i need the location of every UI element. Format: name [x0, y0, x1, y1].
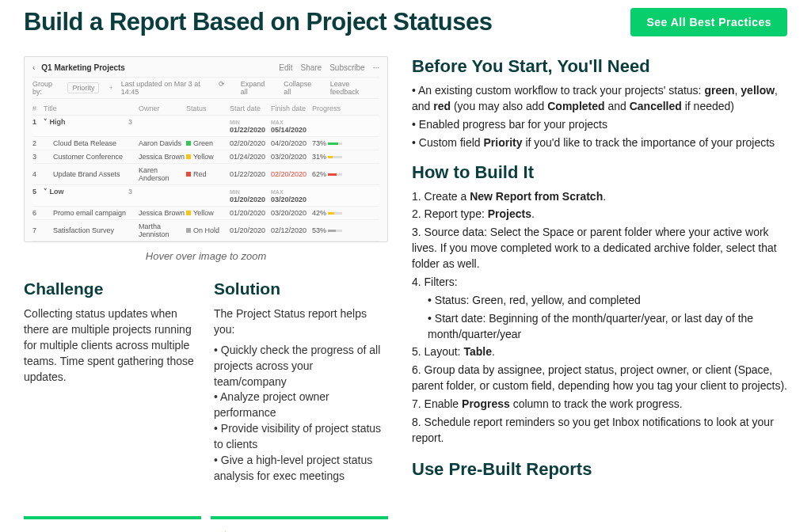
solution-intro: The Project Status report helps you: — [214, 306, 388, 338]
solution-bullet: • Quickly check the progress of all proj… — [214, 343, 388, 390]
ss-expand: Expand all — [241, 80, 268, 96]
solution-bullet: • Give a high-level project status analy… — [214, 453, 388, 484]
before-line1: • An existing custom workflow to track y… — [412, 83, 787, 115]
ss-data-row: 3Customer ConferenceJessica BrownYellow0… — [32, 150, 379, 164]
before-line2: • Enabled progress bar for your projects — [412, 117, 787, 133]
ss-share: Share — [301, 63, 322, 72]
build-title: How to Build It — [412, 162, 787, 183]
ss-updated: Last updated on Mar 3 at 14:45 — [121, 80, 203, 96]
refresh-icon: ⟳ — [219, 80, 225, 96]
howto-card: Feature How-To Guides • Reports Overview — [24, 516, 201, 532]
groupby-chip: Priority — [67, 82, 99, 93]
solution-bullet: • Provide visibility of project status t… — [214, 421, 388, 453]
step-7: 7. Enable Progress column to track the w… — [412, 397, 787, 412]
ss-group-row: 5˅ Low3MIN 01/20/2020MAX 03/20/2020 — [32, 185, 379, 207]
step-4: 4. Filters: — [412, 275, 787, 291]
step-4b: • Start date: Beginning of the month/qua… — [428, 311, 787, 343]
chevron-left-icon: ‹ — [32, 63, 35, 72]
step-8: 8. Schedule report reminders so you get … — [412, 415, 787, 446]
solution-bullet: • Analyze project owner performance — [214, 390, 388, 421]
challenge-text: Collecting status updates when there are… — [24, 306, 198, 385]
ss-data-row: 6Promo email campaignJessica BrownYellow… — [32, 207, 379, 220]
step-1: 1. Create a New Report from Scratch. — [412, 189, 787, 205]
ss-feedback: Leave feedback — [330, 80, 371, 96]
ss-edit: Edit — [279, 63, 292, 72]
step-6: 6. Group data by assignee, project statu… — [412, 363, 787, 394]
ss-subscribe: Subscribe — [329, 63, 364, 72]
page-title: Build a Report Based on Project Statuses — [24, 8, 493, 36]
step-2: 2. Report type: Projects. — [412, 207, 787, 222]
ss-collapse: Collapse all — [284, 80, 314, 96]
ss-group-row: 1˅ High3MIN 01/22/2020MAX 05/14/2020 — [32, 116, 379, 137]
solution-title: Solution — [214, 279, 388, 298]
see-all-button[interactable]: See All Best Practices — [630, 8, 787, 36]
ss-data-row: 4Update Brand AssetsKaren AndersonRed01/… — [32, 164, 379, 185]
groupby-label: Group by: — [32, 80, 59, 96]
challenge-title: Challenge — [24, 279, 198, 298]
before-title: Before You Start, You'll Need — [412, 56, 787, 77]
ss-title: Q1 Marketing Projects — [41, 63, 125, 72]
step-4a: • Status: Green, red, yellow, and comple… — [428, 293, 787, 309]
image-caption: Hover over image to zoom — [24, 250, 388, 262]
ss-more-icon: ··· — [373, 63, 379, 72]
ss-data-row: 2Cloud Beta ReleaseAaron DavidsGreen02/2… — [32, 137, 379, 150]
step-5: 5. Layout: Table. — [412, 344, 787, 360]
tip-card: ⚡ Wrike Tip If you'd like to share a — [211, 516, 388, 532]
prebuilt-title: Use Pre-Built Reports — [412, 459, 787, 480]
before-line3: • Custom field Priority if you'd like to… — [412, 135, 787, 151]
ss-data-row: 7Satisfaction SurveyMartha JennistonOn H… — [32, 220, 379, 241]
plus-icon: + — [109, 84, 112, 92]
report-screenshot[interactable]: ‹ Q1 Marketing Projects Edit Share Subsc… — [24, 56, 388, 242]
ss-group-row: 8˅ Medium3MIN 12/12/2019MAX 05/28/2020 — [32, 241, 379, 242]
ss-column-headers: # Title Owner Status Start date Finish d… — [32, 102, 379, 116]
step-3: 3. Source data: Select the Space or pare… — [412, 225, 787, 272]
